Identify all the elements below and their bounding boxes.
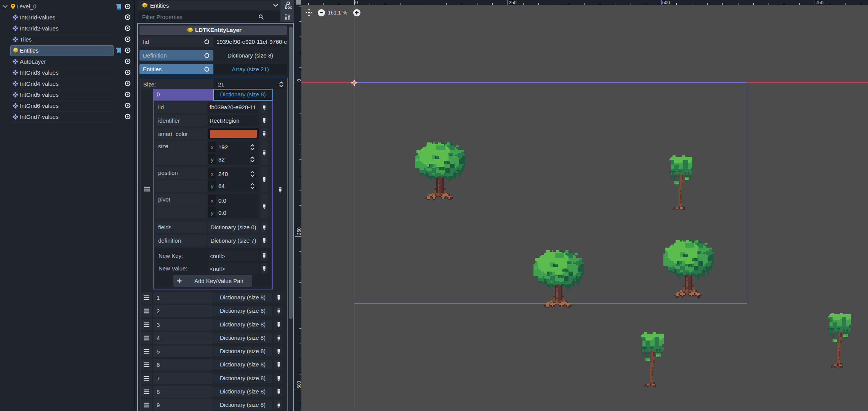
svg-text:250: 250 [296,227,302,235]
svg-text:500: 500 [296,381,302,388]
svg-text:0: 0 [296,79,302,82]
svg-text:DOC: DOC [285,6,292,10]
